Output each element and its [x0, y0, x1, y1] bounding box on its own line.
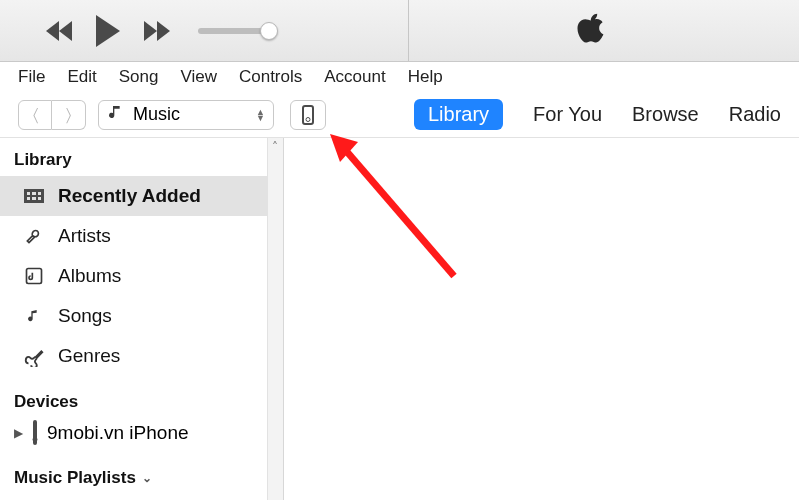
- rewind-button[interactable]: [46, 21, 72, 41]
- play-button[interactable]: [96, 15, 120, 47]
- sidebar-item-recently-added[interactable]: Recently Added: [0, 176, 283, 216]
- player-titlebar: [0, 0, 799, 62]
- microphone-icon: [22, 225, 46, 247]
- playback-controls: [46, 15, 170, 47]
- content-area: ˄ Library Recently Added Artists Albums: [0, 138, 799, 500]
- nav-forward-button[interactable]: 〉: [52, 100, 86, 130]
- sidebar-item-albums[interactable]: Albums: [0, 256, 283, 296]
- guitar-icon: [22, 345, 46, 367]
- tab-browse[interactable]: Browse: [632, 103, 699, 126]
- menu-controls[interactable]: Controls: [239, 67, 302, 87]
- picker-updown-icon: ▲▼: [256, 109, 265, 121]
- sidebar-item-songs[interactable]: Songs: [0, 296, 283, 336]
- history-nav: 〈 〉: [18, 100, 86, 130]
- playlists-header-label: Music Playlists: [14, 468, 136, 488]
- sidebar-header-devices: Devices: [0, 386, 283, 418]
- tab-radio[interactable]: Radio: [729, 103, 781, 126]
- grid-icon: [22, 189, 46, 203]
- sidebar-item-label: Artists: [58, 225, 111, 247]
- menu-help[interactable]: Help: [408, 67, 443, 87]
- fastforward-button[interactable]: [144, 21, 170, 41]
- sidebar-item-artists[interactable]: Artists: [0, 216, 283, 256]
- note-icon: [22, 305, 46, 327]
- menu-file[interactable]: File: [18, 67, 45, 87]
- menu-song[interactable]: Song: [119, 67, 159, 87]
- view-tabs: Library For You Browse Radio: [414, 99, 781, 130]
- sidebar-scrollbar[interactable]: ˄: [267, 138, 283, 500]
- nav-back-button[interactable]: 〈: [18, 100, 52, 130]
- media-picker[interactable]: Music ▲▼: [98, 100, 274, 130]
- disclosure-triangle-icon[interactable]: ▶: [14, 426, 23, 440]
- sidebar: ˄ Library Recently Added Artists Albums: [0, 138, 284, 500]
- device-name-label: 9mobi.vn iPhone: [47, 422, 189, 444]
- sidebar-item-label: Albums: [58, 265, 121, 287]
- sidebar-device-row[interactable]: ▶ 9mobi.vn iPhone: [0, 418, 283, 448]
- sidebar-item-genres[interactable]: Genres: [0, 336, 283, 376]
- sidebar-item-label: Genres: [58, 345, 120, 367]
- volume-knob[interactable]: [260, 22, 278, 40]
- titlebar-divider: [408, 0, 409, 61]
- menu-view[interactable]: View: [180, 67, 217, 87]
- phone-icon: [302, 105, 314, 125]
- apple-logo-icon: [576, 10, 606, 54]
- menu-bar: File Edit Song View Controls Account Hel…: [0, 62, 799, 92]
- device-button[interactable]: [290, 100, 326, 130]
- tab-library[interactable]: Library: [414, 99, 503, 130]
- chevron-down-icon: ⌄: [142, 471, 152, 485]
- sidebar-header-playlists[interactable]: Music Playlists ⌄: [0, 462, 283, 494]
- volume-slider[interactable]: [198, 28, 270, 34]
- media-picker-label: Music: [133, 104, 180, 125]
- sidebar-header-library: Library: [0, 144, 283, 176]
- tab-for-you[interactable]: For You: [533, 103, 602, 126]
- album-icon: [22, 266, 46, 286]
- menu-edit[interactable]: Edit: [67, 67, 96, 87]
- scroll-up-icon: ˄: [272, 140, 278, 154]
- phone-icon: [33, 422, 37, 444]
- main-content-empty: [284, 138, 799, 500]
- sidebar-item-label: Recently Added: [58, 185, 201, 207]
- sidebar-item-label: Songs: [58, 305, 112, 327]
- toolbar: 〈 〉 Music ▲▼ Library For You Browse Radi…: [0, 92, 799, 138]
- menu-account[interactable]: Account: [324, 67, 385, 87]
- music-note-icon: [107, 103, 123, 126]
